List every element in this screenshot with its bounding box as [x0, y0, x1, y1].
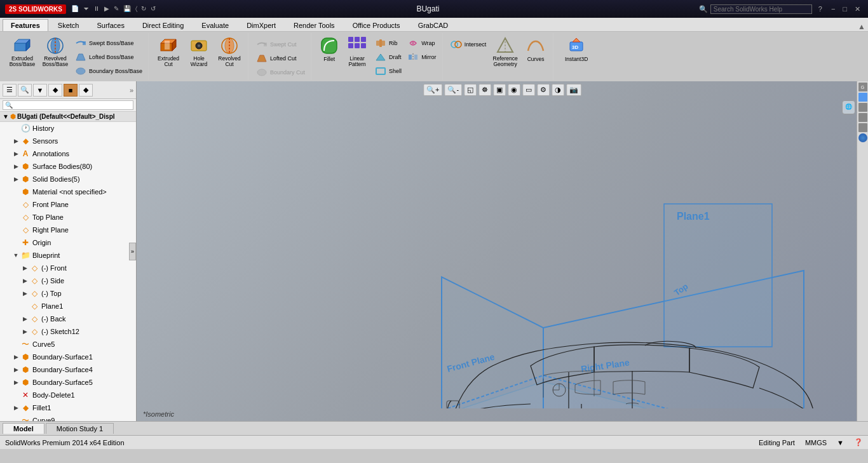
tab-features[interactable]: Features	[3, 19, 48, 31]
tree-item-history[interactable]: 🕐 History	[0, 122, 136, 135]
tab-sketch[interactable]: Sketch	[50, 19, 88, 31]
zoom-in-button[interactable]: 🔍+	[423, 84, 442, 96]
wrap-button[interactable]: Wrap	[405, 37, 438, 50]
appearance-button[interactable]: ◑	[552, 84, 564, 96]
rts-btn-3[interactable]	[858, 103, 867, 112]
lofted-boss-base-button[interactable]: Lofted Boss/Base	[72, 51, 144, 64]
tree-item-curve9[interactable]: 〜 Curve9	[0, 414, 136, 421]
rts-btn-globe[interactable]	[858, 133, 867, 142]
tree-item-front-plane[interactable]: ◇ Front Plane	[0, 198, 136, 211]
tree-item-material[interactable]: ⬢ Material <not specified>	[0, 185, 136, 198]
tab-evaluate[interactable]: Evaluate	[193, 19, 237, 31]
search-input[interactable]	[710, 4, 812, 14]
ribbon-tabs: Features Sketch Surfaces Direct Editing …	[0, 18, 868, 32]
tree-item-top-plane[interactable]: ◇ Top Plane	[0, 211, 136, 224]
tree-item-surface-bodies[interactable]: ▶ ⬢ Surface Bodies(80)	[0, 160, 136, 173]
instant3d-button[interactable]: 3D Instant3D	[559, 34, 594, 64]
tree-item-solid-bodies[interactable]: ▶ ⬢ Solid Bodies(5)	[0, 173, 136, 185]
swept-cut-button[interactable]: Swept Cut	[254, 38, 307, 51]
tab-model[interactable]: Model	[3, 423, 44, 434]
tree-btn-4[interactable]: ■	[64, 84, 78, 97]
tree-expand-arrow[interactable]: »	[130, 86, 133, 94]
tab-surfaces[interactable]: Surfaces	[89, 19, 133, 31]
hide-show-button[interactable]: ◉	[508, 84, 520, 96]
display-style-button[interactable]: ▣	[493, 84, 506, 96]
svg-rect-0	[15, 43, 26, 51]
revolved-boss-base-button[interactable]: RevolvedBoss/Base	[39, 34, 71, 69]
tree-item-front-sketch[interactable]: ▶ ◇ (-) Front	[0, 262, 136, 274]
rts-btn-4[interactable]	[858, 113, 867, 122]
tree-item-fillet1[interactable]: ▶ ◆ Fillet1	[0, 401, 136, 414]
tab-dimxpert[interactable]: DimXpert	[238, 19, 284, 31]
units-toggle[interactable]: ▼	[837, 439, 844, 446]
extruded-boss-base-button[interactable]: ExtrudedBoss/Base	[6, 34, 38, 69]
tree-item-curve5[interactable]: 〜 Curve5	[0, 338, 136, 351]
tree-btn-3[interactable]: ◆	[48, 84, 62, 97]
camera-button[interactable]: 📷	[566, 84, 581, 96]
expand-icon	[11, 238, 20, 247]
tab-motion-study[interactable]: Motion Study 1	[46, 423, 114, 434]
close-button[interactable]: ✕	[852, 5, 863, 13]
reference-geometry-button[interactable]: ReferenceGeometry	[489, 34, 521, 69]
tree-btn-collapse[interactable]: ▼	[33, 84, 47, 97]
linear-pattern-button[interactable]: LinearPattern	[343, 34, 371, 69]
expand-icon: ▶	[20, 276, 29, 285]
rib-button[interactable]: Rib	[372, 37, 403, 50]
tree-item-boundary-surface1[interactable]: ▶ ⬢ Boundary-Surface1	[0, 351, 136, 363]
fillet-button[interactable]: Fillet	[316, 34, 342, 64]
tab-office-products[interactable]: Office Products	[344, 19, 409, 31]
view-orientation-button[interactable]: ☸	[478, 84, 491, 96]
tree-item-plane1[interactable]: ◇ Plane1	[0, 300, 136, 312]
tab-direct-editing[interactable]: Direct Editing	[134, 19, 192, 31]
extruded-cut-button[interactable]: ExtrudedCut	[154, 34, 183, 69]
tree-btn-5[interactable]: ◆	[79, 84, 93, 97]
tree-item-boundary-surface4[interactable]: ▶ ⬢ Boundary-Surface4	[0, 363, 136, 376]
tree-item-sketch12[interactable]: ▶ ◇ (-) Sketch12	[0, 325, 136, 338]
rts-btn-2[interactable]	[858, 93, 867, 102]
help-icon[interactable]: ?	[815, 5, 826, 13]
tree-item-annotations[interactable]: ▶ A Annotations	[0, 147, 136, 160]
tab-grabcad[interactable]: GrabCAD	[410, 19, 457, 31]
tree-item-sensors[interactable]: ▶ ◆ Sensors	[0, 135, 136, 147]
hole-wizard-button[interactable]: HoleWizard	[184, 34, 214, 69]
zoom-fit-button[interactable]: ◱	[464, 84, 477, 96]
shell-button[interactable]: Shell	[372, 65, 403, 77]
tree-item-right-plane[interactable]: ◇ Right Plane	[0, 224, 136, 236]
tree-btn-properties[interactable]: ☰	[3, 84, 17, 97]
tree-item-boundary-surface5[interactable]: ▶ ⬢ Boundary-Surface5	[0, 376, 136, 389]
revolved-cut-button[interactable]: RevolvedCut	[215, 34, 244, 69]
tree-item-origin[interactable]: ✚ Origin	[0, 236, 136, 249]
boundary-cut-button[interactable]: Boundary Cut	[254, 66, 307, 79]
origin-label: Origin	[32, 239, 51, 246]
draft-button[interactable]: Draft	[372, 51, 403, 64]
mirror-button[interactable]: Mirror	[405, 51, 438, 64]
quick-access-toolbar[interactable]: 📄 ⏷ ⏸ ▶ ✎ 💾 〈 ↻ ↺	[70, 5, 157, 13]
zoom-out-button[interactable]: 🔍-	[444, 84, 462, 96]
tree-collapse-button[interactable]: »	[129, 243, 136, 260]
tree-btn-filter[interactable]: 🔍	[18, 84, 32, 97]
tree-item-body-delete1[interactable]: ✕ Body-Delete1	[0, 389, 136, 401]
boundary-boss-base-button[interactable]: Boundary Boss/Base	[72, 65, 144, 77]
swept-boss-base-button[interactable]: Swept Boss/Base	[72, 37, 144, 50]
titlebar-controls[interactable]: 🔍 ? − □ ✕	[699, 4, 863, 14]
ribbon-collapse-button[interactable]: ▲	[858, 22, 865, 31]
intersect-button[interactable]: Intersect	[448, 38, 489, 51]
tab-render-tools[interactable]: Render Tools	[285, 19, 343, 31]
tree-root-item[interactable]: ▼ ⬢ BUgati (Default<<Default>_Displ	[0, 112, 136, 122]
tree-item-back-sketch[interactable]: ▶ ◇ (-) Back	[0, 312, 136, 325]
rts-btn-1[interactable]: G	[858, 83, 867, 91]
status-bar: SolidWorks Premium 2014 x64 Edition Edit…	[0, 435, 868, 449]
viewport[interactable]: 🔍+ 🔍- ◱ ☸ ▣ ◉ ▭ ⚙ ◑ 📷 🌐 Front Plane	[137, 81, 868, 421]
tree-item-side-sketch[interactable]: ▶ ◇ (-) Side	[0, 274, 136, 287]
view-settings-button[interactable]: ⚙	[537, 84, 550, 96]
tree-search-input[interactable]	[3, 100, 133, 110]
minimize-button[interactable]: −	[829, 5, 837, 13]
curves-button[interactable]: Curves	[522, 34, 549, 64]
tree-item-blueprint[interactable]: ▼ 📁 Blueprint	[0, 249, 136, 262]
section-view-button[interactable]: ▭	[522, 84, 535, 96]
tree-item-top-sketch[interactable]: ▶ ◇ (-) Top	[0, 287, 136, 300]
lofted-cut-button[interactable]: Lofted Cut	[254, 52, 307, 65]
help-button[interactable]: ❓	[854, 438, 863, 446]
maximize-button[interactable]: □	[840, 5, 850, 13]
rts-btn-5[interactable]	[858, 123, 867, 132]
